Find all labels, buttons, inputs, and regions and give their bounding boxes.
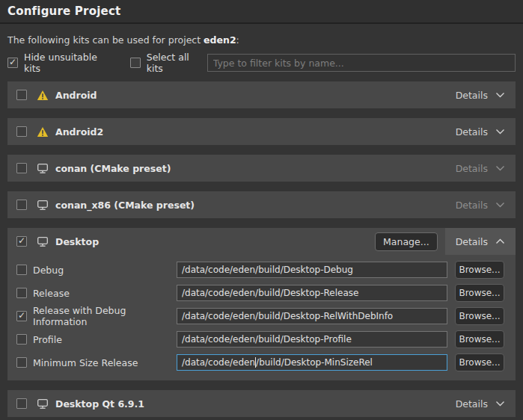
config-row-release: Release Browse... — [16, 285, 516, 301]
desktop-icon — [36, 236, 49, 247]
chevron-down-icon — [495, 401, 505, 407]
config-label: Debug — [33, 265, 177, 276]
project-name: eden2 — [204, 34, 236, 46]
desktop-icon — [36, 200, 49, 211]
configure-project-page: Configure Project The following kits can… — [0, 0, 523, 420]
kit-name: conan (CMake preset) — [55, 163, 171, 174]
browse-button[interactable]: Browse... — [455, 330, 504, 348]
chevron-down-icon — [495, 202, 505, 208]
intro-text: The following kits can be used for proje… — [7, 34, 516, 46]
config-checkbox[interactable] — [16, 334, 27, 345]
kit-row-desktop-qt: Desktop Qt 6.9.1 Details — [7, 390, 516, 417]
config-label: Release with Debug Information — [33, 305, 177, 327]
kit-name: Desktop — [55, 236, 99, 247]
config-row-relwithdebinfo: Release with Debug Information Browse... — [16, 308, 516, 324]
details-button[interactable]: Details — [456, 390, 505, 417]
warning-icon — [36, 126, 49, 138]
build-dir-input[interactable] — [177, 285, 447, 301]
browse-button[interactable]: Browse... — [455, 307, 504, 325]
config-checkbox[interactable] — [16, 357, 27, 368]
details-label: Details — [456, 200, 488, 211]
select-all-checkbox[interactable] — [130, 58, 141, 68]
kit-checkbox[interactable] — [16, 398, 27, 409]
details-label: Details — [456, 90, 488, 101]
config-checkbox[interactable] — [16, 288, 27, 298]
kit-checkbox[interactable] — [16, 126, 27, 137]
config-checkbox[interactable] — [16, 311, 27, 321]
kit-checkbox[interactable] — [16, 236, 27, 247]
details-button[interactable]: Details — [445, 228, 516, 255]
filter-input[interactable] — [207, 54, 516, 72]
details-button[interactable]: Details — [456, 155, 505, 182]
kit-name: Android2 — [55, 126, 103, 138]
chevron-down-icon — [495, 165, 505, 171]
browse-button[interactable]: Browse... — [455, 353, 504, 371]
manage-button[interactable]: Manage... — [375, 232, 438, 251]
kit-checkbox[interactable] — [16, 163, 27, 173]
select-all-label: Select all kits — [147, 52, 207, 74]
config-row-minsizerel: Minimum Size Release /data/code/eden/bui… — [16, 354, 516, 371]
details-button[interactable]: Details — [456, 81, 505, 108]
details-button[interactable]: Details — [456, 191, 505, 218]
kit-row-desktop: Desktop Manage... Details — [7, 228, 516, 255]
filter-row: Hide unsuitable kits Select all kits — [7, 54, 516, 72]
desktop-icon — [36, 163, 49, 174]
hide-unsuitable-label: Hide unsuitable kits — [24, 52, 114, 74]
config-label: Minimum Size Release — [33, 357, 177, 368]
chevron-down-icon — [495, 92, 505, 98]
kit-name: Desktop Qt 6.9.1 — [55, 398, 144, 410]
build-dir-input-focused[interactable]: /data/code/eden/build/Desktop-MinSizeRel — [177, 354, 447, 371]
desktop-icon — [36, 398, 49, 410]
intro-text-before: The following kits can be used for proje… — [7, 34, 204, 46]
path-text-after-caret: /build/Desktop-MinSizeRel — [256, 357, 373, 368]
config-checkbox[interactable] — [16, 265, 27, 275]
kit-checkbox[interactable] — [16, 200, 27, 210]
config-row-debug: Debug Browse... — [16, 262, 516, 278]
kit-row-android2: Android2 Details — [7, 118, 516, 145]
build-dir-input[interactable] — [177, 262, 447, 278]
details-label: Details — [456, 398, 488, 410]
build-dir-input[interactable] — [177, 308, 447, 324]
config-label: Profile — [33, 334, 177, 345]
kit-panel-desktop: Desktop Manage... Details Debug Browse..… — [7, 228, 516, 380]
build-dir-input[interactable] — [177, 331, 447, 348]
kit-name: Android — [55, 90, 97, 101]
kit-row-android: Android Details — [7, 81, 516, 108]
chevron-up-icon — [495, 238, 505, 244]
browse-button[interactable]: Browse... — [455, 261, 504, 279]
details-label: Details — [456, 236, 488, 247]
details-label: Details — [456, 163, 488, 174]
warning-icon — [36, 90, 49, 101]
path-text-before-caret: /data/code/eden — [182, 357, 255, 368]
content-area: The following kits can be used for proje… — [0, 34, 523, 417]
config-row-profile: Profile Browse... — [16, 331, 516, 348]
kit-checkbox[interactable] — [16, 90, 27, 100]
kit-name: conan_x86 (CMake preset) — [55, 200, 195, 211]
kit-row-conan: conan (CMake preset) Details — [7, 155, 516, 182]
title-bar: Configure Project — [0, 0, 523, 24]
intro-text-after: : — [236, 34, 239, 46]
chevron-down-icon — [495, 129, 505, 135]
details-label: Details — [456, 126, 488, 138]
hide-unsuitable-checkbox[interactable] — [7, 58, 18, 68]
kit-row-conan-x86: conan_x86 (CMake preset) Details — [7, 191, 516, 218]
page-title: Configure Project — [7, 4, 120, 18]
config-label: Release — [33, 288, 177, 299]
details-button[interactable]: Details — [456, 118, 505, 145]
browse-button[interactable]: Browse... — [455, 284, 504, 302]
